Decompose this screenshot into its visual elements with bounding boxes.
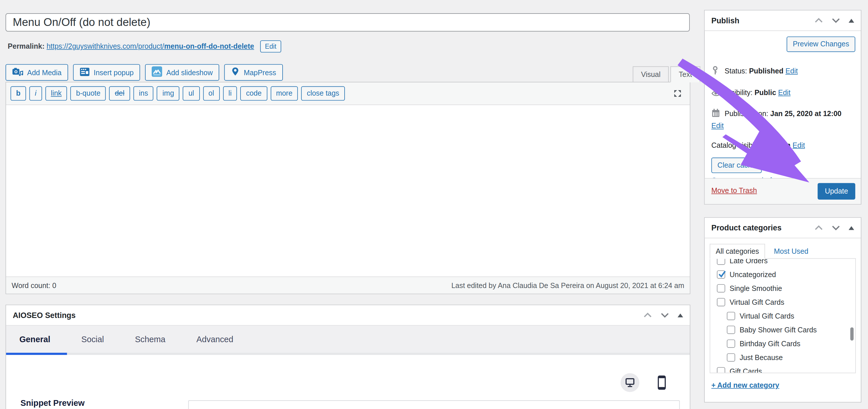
category-item[interactable]: Baby Shower Gift Cards bbox=[710, 323, 855, 337]
tab-all-categories[interactable]: All categories bbox=[710, 244, 765, 259]
active-tab-underline bbox=[6, 353, 67, 355]
add-slideshow-button[interactable]: Add slideshow bbox=[145, 64, 219, 81]
checkbox-unchecked[interactable] bbox=[727, 326, 735, 334]
category-item[interactable]: Just Because bbox=[710, 350, 855, 364]
publish-panel-header[interactable]: Publish bbox=[705, 10, 861, 31]
aioseo-settings-panel: AIOSEO Settings General Social Schema Ad… bbox=[5, 305, 690, 409]
update-button[interactable]: Update bbox=[817, 183, 855, 200]
move-down-icon[interactable] bbox=[660, 311, 669, 320]
category-item[interactable]: Uncategorized bbox=[710, 268, 855, 281]
qt-link-button[interactable]: link bbox=[45, 86, 67, 101]
calendar-icon bbox=[711, 108, 725, 121]
permalink-label: Permalink: bbox=[8, 42, 45, 50]
aioseo-panel-title: AIOSEO Settings bbox=[13, 311, 75, 320]
category-item[interactable]: Virtual Gift Cards bbox=[710, 309, 855, 323]
qt-ins-button[interactable]: ins bbox=[133, 86, 153, 101]
wordpress-edit-product-page: Permalink: https://2guyswithknives.com/p… bbox=[0, 0, 868, 409]
quicktags-toolbar: b i link b-quote del ins img ul ol li co… bbox=[6, 82, 690, 105]
mobile-preview-toggle[interactable] bbox=[658, 375, 666, 391]
checkbox-unchecked[interactable] bbox=[727, 340, 735, 348]
collapse-toggle-icon[interactable] bbox=[678, 313, 683, 317]
category-item[interactable]: Gift Cards bbox=[710, 364, 855, 373]
qt-more-button[interactable]: more bbox=[271, 86, 298, 101]
popup-grid-icon bbox=[80, 67, 90, 77]
aioseo-panel-controls bbox=[643, 311, 683, 320]
clear-cache-button[interactable]: Clear cache bbox=[711, 158, 762, 173]
preview-changes-button[interactable]: Preview Changes bbox=[787, 37, 855, 52]
tab-most-used[interactable]: Most Used bbox=[774, 247, 808, 255]
category-item[interactable]: Late Orders bbox=[710, 258, 855, 268]
publish-panel-controls bbox=[814, 16, 854, 25]
move-down-icon[interactable] bbox=[831, 224, 840, 232]
desktop-icon bbox=[624, 378, 635, 388]
aioseo-panel-header[interactable]: AIOSEO Settings bbox=[6, 305, 690, 326]
desktop-preview-toggle[interactable] bbox=[621, 373, 639, 392]
checkbox-unchecked[interactable] bbox=[717, 284, 725, 293]
qt-closetags-button[interactable]: close tags bbox=[301, 86, 345, 101]
editor-mode-tabs: Visual Text bbox=[633, 66, 700, 82]
text-editor-container: b i link b-quote del ins img ul ol li co… bbox=[5, 82, 690, 294]
aioseo-tab-schema[interactable]: Schema bbox=[135, 334, 165, 344]
qt-del-button[interactable]: del bbox=[109, 86, 130, 101]
last-edited-text: Last edited by Ana Claudia De Sa Pereira… bbox=[451, 281, 684, 289]
move-up-icon[interactable] bbox=[814, 224, 823, 232]
post-title-input[interactable] bbox=[5, 13, 690, 31]
checkbox-unchecked[interactable] bbox=[727, 353, 735, 362]
category-item[interactable]: Birthday Gift Cards bbox=[710, 337, 855, 350]
collapse-toggle-icon[interactable] bbox=[849, 19, 854, 22]
word-count: Word count: 0 bbox=[11, 281, 56, 289]
pin-icon bbox=[711, 66, 725, 78]
collapse-toggle-icon[interactable] bbox=[849, 226, 854, 230]
categories-panel-title: Product categories bbox=[711, 224, 781, 232]
qt-italic-button[interactable]: i bbox=[29, 86, 42, 101]
publish-panel-title: Publish bbox=[711, 16, 739, 25]
category-item[interactable]: Virtual Gift Cards bbox=[710, 295, 855, 309]
edit-published-on-link[interactable]: Edit bbox=[711, 122, 724, 130]
visibility-row: Visibility: Public Edit bbox=[711, 87, 854, 99]
checkbox-unchecked[interactable] bbox=[727, 312, 735, 320]
checkbox-unchecked[interactable] bbox=[717, 367, 725, 373]
catalog-visibility-value: hidden bbox=[767, 141, 791, 149]
edit-status-link[interactable]: Edit bbox=[785, 67, 798, 75]
insert-popup-button[interactable]: Insert popup bbox=[73, 64, 141, 81]
mappress-button[interactable]: MapPress bbox=[224, 64, 283, 81]
publish-rows: Status: Published Edit Visibility: Publi… bbox=[705, 66, 861, 150]
tab-visual[interactable]: Visual bbox=[633, 66, 669, 82]
move-up-icon[interactable] bbox=[814, 16, 823, 25]
add-new-category-link[interactable]: + Add new category bbox=[711, 381, 779, 389]
edit-catalog-visibility-link[interactable]: Edit bbox=[793, 141, 805, 149]
edit-visibility-link[interactable]: Edit bbox=[778, 89, 790, 97]
qt-bold-button[interactable]: b bbox=[10, 86, 26, 101]
qt-li-button[interactable]: li bbox=[223, 86, 237, 101]
move-to-trash-link[interactable]: Move to Trash bbox=[711, 186, 757, 195]
aioseo-tab-general[interactable]: General bbox=[19, 334, 50, 344]
media-buttons-row: Add Media Insert popup Add slideshow bbox=[5, 64, 283, 81]
aioseo-tab-advanced[interactable]: Advanced bbox=[196, 334, 233, 344]
add-media-button[interactable]: Add Media bbox=[5, 64, 68, 81]
publish-panel: Publish Preview Changes Status: Publishe… bbox=[704, 10, 861, 205]
qt-ul-button[interactable]: ul bbox=[183, 86, 199, 101]
checkbox-unchecked[interactable] bbox=[717, 258, 725, 265]
qt-bquote-button[interactable]: b-quote bbox=[70, 86, 106, 101]
post-content-textarea[interactable] bbox=[6, 105, 690, 276]
permalink-edit-button[interactable]: Edit bbox=[260, 40, 281, 53]
published-on-row: Published on: Jan 25, 2020 at 12:00 Edit bbox=[711, 108, 854, 131]
move-up-icon[interactable] bbox=[643, 311, 652, 320]
mappress-label: MapPress bbox=[244, 68, 276, 77]
checkbox-unchecked[interactable] bbox=[717, 298, 725, 306]
qt-img-button[interactable]: img bbox=[157, 86, 180, 101]
tab-text[interactable]: Text bbox=[671, 66, 700, 82]
checkbox-checked[interactable] bbox=[717, 270, 725, 279]
scrollbar-thumb[interactable] bbox=[850, 327, 854, 340]
aioseo-tab-social[interactable]: Social bbox=[81, 334, 104, 344]
category-item[interactable]: Single Smoothie bbox=[710, 281, 855, 295]
published-on-value: Jan 25, 2020 at 12:00 bbox=[770, 109, 841, 118]
categories-panel-header[interactable]: Product categories bbox=[705, 218, 861, 238]
permalink-link[interactable]: https://2guyswithknives.com/product/menu… bbox=[46, 42, 254, 50]
permalink-row: Permalink: https://2guyswithknives.com/p… bbox=[8, 40, 281, 53]
add-slideshow-label: Add slideshow bbox=[166, 68, 213, 77]
fullscreen-icon[interactable] bbox=[673, 89, 682, 99]
qt-ol-button[interactable]: ol bbox=[203, 86, 220, 101]
move-down-icon[interactable] bbox=[831, 16, 840, 25]
qt-code-button[interactable]: code bbox=[241, 86, 267, 101]
